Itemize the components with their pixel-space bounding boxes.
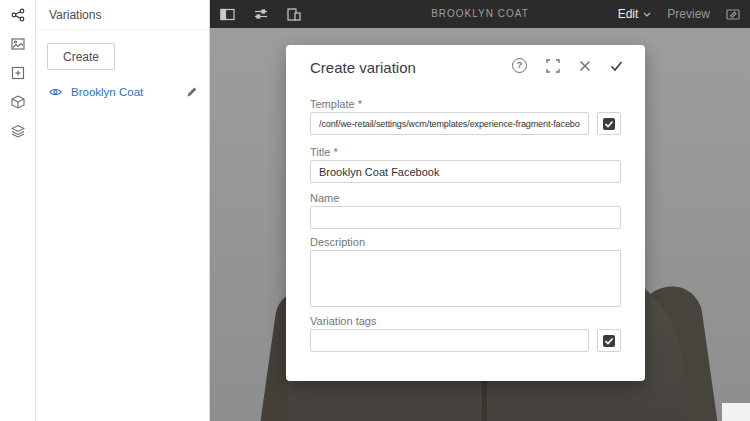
title-field-label: Title * — [310, 146, 338, 158]
annotate-icon[interactable] — [726, 8, 740, 21]
fullscreen-icon[interactable] — [546, 59, 560, 73]
create-variation-button[interactable]: Create — [47, 43, 115, 70]
title-input[interactable] — [310, 160, 621, 183]
layers-icon[interactable] — [0, 116, 36, 145]
variation-list-item[interactable]: Brooklyn Coat — [37, 79, 210, 105]
dialog-actions: ? — [512, 58, 623, 73]
variations-panel: Variations Create Brooklyn Coat — [37, 0, 210, 421]
topbar-right-tools: Edit Preview — [618, 0, 740, 28]
side-rail — [0, 0, 36, 421]
page-background-corner — [722, 403, 750, 421]
components-icon[interactable] — [0, 87, 36, 116]
edit-mode-label: Edit — [618, 7, 639, 21]
variation-tags-input[interactable] — [310, 329, 589, 352]
description-field-label: Description — [310, 236, 365, 248]
name-input[interactable] — [310, 206, 621, 229]
variations-panel-title: Variations — [37, 0, 209, 30]
close-icon[interactable] — [579, 60, 591, 72]
preview-button[interactable]: Preview — [667, 7, 710, 21]
edit-mode-selector[interactable]: Edit — [618, 7, 652, 21]
template-picker-button[interactable] — [597, 112, 621, 135]
template-input[interactable] — [310, 112, 589, 135]
add-component-icon[interactable] — [0, 58, 36, 87]
name-field-label: Name — [310, 192, 339, 204]
description-textarea[interactable] — [310, 250, 621, 307]
chevron-down-icon — [643, 12, 651, 17]
editor-topbar: BROOKLYN COAT Edit Preview — [210, 0, 750, 28]
variation-item-label: Brooklyn Coat — [71, 86, 143, 98]
confirm-check-icon[interactable] — [610, 60, 623, 72]
dialog-title: Create variation — [310, 59, 416, 76]
edit-pencil-icon[interactable] — [186, 86, 198, 98]
variations-icon[interactable] — [0, 0, 36, 29]
help-icon[interactable]: ? — [512, 58, 527, 73]
variation-tags-picker-button[interactable] — [597, 329, 621, 352]
visibility-eye-icon — [49, 87, 62, 97]
create-variation-dialog: Create variation ? Template * Title * — [286, 45, 645, 381]
variation-tags-field-label: Variation tags — [310, 315, 376, 327]
assets-icon[interactable] — [0, 29, 36, 58]
template-field-label: Template * — [310, 98, 362, 110]
